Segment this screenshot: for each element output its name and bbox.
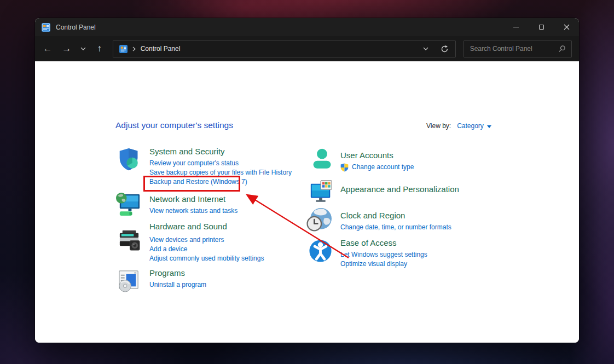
programs-icon[interactable] bbox=[116, 268, 142, 294]
category-title-programs[interactable]: Programs bbox=[149, 268, 206, 279]
titlebar[interactable]: Control Panel bbox=[35, 18, 579, 36]
minimize-icon bbox=[513, 27, 519, 27]
clock-region-icon[interactable] bbox=[306, 207, 333, 234]
up-button[interactable]: ↑ bbox=[91, 41, 108, 57]
link-windows-suggest-settings[interactable]: Let Windows suggest settings bbox=[340, 250, 427, 259]
breadcrumb-control-panel-icon bbox=[119, 45, 128, 53]
minimize-button[interactable] bbox=[503, 18, 529, 36]
close-button[interactable] bbox=[554, 18, 579, 36]
address-bar[interactable]: Control Panel bbox=[113, 41, 456, 57]
maximize-icon bbox=[539, 25, 544, 30]
category-network-internet: Network and Internet View network status… bbox=[149, 194, 238, 216]
link-file-history-backup[interactable]: Save backup copies of your files with Fi… bbox=[149, 168, 292, 177]
category-ease-of-access: Ease of Access Let Windows suggest setti… bbox=[340, 238, 427, 269]
category-title-hardware-sound[interactable]: Hardware and Sound bbox=[149, 221, 264, 232]
category-user-accounts: User Accounts Change account type bbox=[340, 150, 414, 172]
appearance-personalization-icon[interactable] bbox=[309, 180, 334, 205]
view-by-control: View by: Category bbox=[426, 122, 491, 130]
search-input[interactable] bbox=[464, 45, 558, 53]
link-change-date-time-formats[interactable]: Change date, time, or number formats bbox=[340, 223, 451, 232]
control-panel-app-icon bbox=[42, 23, 50, 32]
navigation-toolbar: ← → ↑ Control Panel bbox=[35, 36, 579, 61]
window-title: Control Panel bbox=[56, 24, 96, 31]
category-appearance-personalization: Appearance and Personalization bbox=[340, 184, 459, 197]
category-title-appearance-personalization[interactable]: Appearance and Personalization bbox=[340, 184, 459, 195]
forward-button[interactable]: → bbox=[59, 41, 75, 57]
network-internet-icon[interactable] bbox=[115, 192, 141, 217]
recent-pages-button[interactable] bbox=[75, 41, 91, 57]
link-change-account-type[interactable]: Change account type bbox=[352, 163, 414, 172]
search-icon[interactable] bbox=[558, 45, 566, 53]
back-button[interactable]: ← bbox=[39, 41, 56, 57]
category-title-system-security[interactable]: System and Security bbox=[149, 146, 292, 157]
close-icon bbox=[564, 24, 570, 30]
link-uninstall-program[interactable]: Uninstall a program bbox=[149, 280, 206, 290]
breadcrumb-control-panel[interactable]: Control Panel bbox=[141, 45, 181, 53]
view-by-label: View by: bbox=[426, 122, 451, 130]
link-view-network-status[interactable]: View network status and tasks bbox=[149, 206, 238, 216]
link-add-device[interactable]: Add a device bbox=[149, 245, 264, 254]
category-programs: Programs Uninstall a program bbox=[149, 268, 206, 290]
chevron-down-icon bbox=[80, 47, 86, 50]
category-title-network-internet[interactable]: Network and Internet bbox=[149, 194, 238, 205]
up-icon: ↑ bbox=[97, 43, 102, 54]
view-by-dropdown-icon[interactable] bbox=[487, 125, 491, 128]
link-optimize-visual-display[interactable]: Optimize visual display bbox=[340, 259, 427, 269]
category-system-security: System and Security Review your computer… bbox=[149, 146, 292, 187]
page-title: Adjust your computer's settings bbox=[115, 120, 233, 130]
category-title-clock-region[interactable]: Clock and Region bbox=[340, 210, 451, 221]
refresh-icon[interactable] bbox=[441, 45, 449, 53]
link-adjust-mobility-settings[interactable]: Adjust commonly used mobility settings bbox=[149, 254, 264, 263]
category-hardware-sound: Hardware and Sound View devices and prin… bbox=[149, 221, 264, 263]
category-title-user-accounts[interactable]: User Accounts bbox=[340, 150, 414, 161]
breadcrumb-chevron-icon bbox=[132, 47, 136, 51]
forward-icon: → bbox=[62, 43, 71, 54]
view-by-value[interactable]: Category bbox=[457, 122, 484, 130]
link-review-computer-status[interactable]: Review your computer's status bbox=[149, 159, 292, 168]
control-panel-window: Control Panel ← → ↑ bbox=[35, 18, 579, 343]
category-clock-region: Clock and Region Change date, time, or n… bbox=[340, 210, 451, 232]
system-security-icon[interactable] bbox=[116, 147, 141, 172]
hardware-sound-icon[interactable] bbox=[116, 227, 142, 253]
link-backup-restore-windows7[interactable]: Backup and Restore (Windows 7) bbox=[149, 177, 292, 187]
category-title-ease-of-access[interactable]: Ease of Access bbox=[340, 238, 427, 249]
link-view-devices-printers[interactable]: View devices and printers bbox=[149, 235, 264, 245]
control-panel-home: Adjust your computer's settings View by:… bbox=[35, 61, 579, 343]
address-dropdown-chevron-icon[interactable] bbox=[423, 47, 428, 50]
maximize-button[interactable] bbox=[529, 18, 554, 36]
uac-shield-icon bbox=[340, 163, 349, 172]
search-box[interactable] bbox=[464, 41, 572, 57]
ease-of-access-icon[interactable] bbox=[308, 238, 333, 264]
back-icon: ← bbox=[43, 43, 52, 54]
user-accounts-icon[interactable] bbox=[310, 147, 334, 171]
